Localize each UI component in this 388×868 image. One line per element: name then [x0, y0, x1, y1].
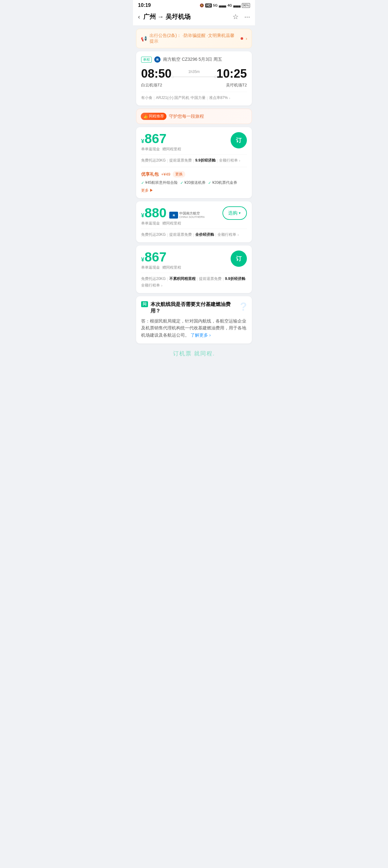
thumbs-up-icon: 👍 — [143, 114, 148, 119]
meal-tag: 有小食 — [141, 95, 152, 100]
feature-luggage-3: 免费托运20KG — [141, 276, 166, 281]
faq-section: 问 本次航线我是否需要支付基建燃油费用？ ? 答：根据民航局规定，针对国内航线，… — [136, 296, 252, 343]
status-icons: 🔕 HD 5G ▄▄▄ 4G ▄▄▄ 96% — [200, 3, 250, 8]
price-number-3: 867 — [144, 250, 166, 264]
flight-card: 单程 南 南方航空 CZ3296 5月3日 周五 08:50 1h35m 10:… — [136, 51, 252, 105]
currency-symbol-2: ¥ — [141, 212, 144, 219]
favorite-button[interactable]: ☆ — [232, 13, 239, 21]
book-button-1[interactable]: 订 — [231, 132, 247, 148]
gift-item-1: ✓ ¥45航班意外组合险 — [141, 180, 178, 185]
gift-more-arrow: ▶ — [150, 188, 153, 193]
faq-q-icon: 问 — [141, 301, 148, 307]
back-button[interactable]: ‹ — [138, 13, 140, 20]
dep-dot-icon — [171, 76, 174, 78]
trip-type-tag: 单程 — [141, 57, 152, 63]
faq-question-row: 问 本次航线我是否需要支付基建燃油费用？ ? — [141, 301, 247, 314]
feature-cabin-3: 9.9折经济舱 — [225, 276, 245, 281]
price-row-3: ¥ 867 单单返现金 赠同程里程 订 — [141, 250, 247, 270]
flight-header: 单程 南 南方航空 CZ3296 5月3日 周五 — [141, 56, 247, 63]
recommendation-banner: 👍 同程推荐 守护您每一段旅程 — [136, 108, 252, 124]
signal-bars-2: ▄▄▄ — [233, 3, 240, 7]
flight-info: 南方航空 CZ3296 5月3日 周五 — [163, 57, 222, 62]
faq-question: 本次航线我是否需要支付基建燃油费用？ — [151, 301, 237, 314]
announcement-text: 出行公告(2条)： ·防诈骗提醒 ·文明乘机温馨提示 — [150, 33, 238, 44]
feature-itinerary-3: 全额行程单 — [141, 283, 160, 288]
feature-refund-3: 提前退票免费 — [199, 276, 222, 281]
book-button-3[interactable]: 订 — [231, 250, 247, 267]
gift-header: 优享礼包 +¥49 更换 — [141, 171, 247, 178]
itinerary-arrow-3: › — [161, 283, 162, 288]
gift-more-button[interactable]: 更多 ▶ — [141, 188, 153, 193]
feature-luggage: 免费托运20KG — [141, 158, 166, 163]
mute-icon: 🔕 — [200, 3, 204, 7]
hd-icon: HD — [205, 3, 212, 7]
announcement-arrow: › — [246, 36, 247, 41]
check-icon-2: ✓ — [180, 181, 183, 185]
feature-itinerary: 全额行程单 — [219, 158, 238, 163]
feature-refund: 提前退票免费 — [169, 158, 192, 163]
airline-logo-icon: 南 — [154, 56, 161, 63]
arr-dot-icon — [214, 76, 217, 78]
flight-times: 08:50 1h35m 10:25 — [141, 67, 247, 81]
feature-cabin-2: 全价经济舱 — [195, 232, 214, 237]
feature-refund-2: 提前退票免费 — [169, 232, 192, 237]
faq-num-icon: ? — [240, 301, 247, 312]
faq-answer: 答：根据民航局规定，针对国内航线，各航空运输企业及机票销售代理机构统一代收基建燃… — [141, 317, 247, 339]
feature-cabin: 9.9折经济舱 — [195, 158, 216, 163]
price-main-3: ¥ 867 — [141, 250, 181, 264]
footer-brand: 订机票 就同程. — [133, 343, 255, 364]
faq-link[interactable]: 了解更多 › — [191, 333, 211, 338]
check-icon-1: ✓ — [141, 181, 144, 185]
gift-label: 优享礼包 — [141, 172, 159, 177]
more-arrow-icon: › — [229, 96, 230, 100]
signal-4g: 4G — [227, 3, 232, 7]
feature-itinerary-2: 全额行程单 — [218, 232, 236, 237]
departure-time: 08:50 — [141, 67, 171, 81]
dep-airport: 白云机场T2 — [141, 82, 162, 88]
rec-subtitle: 守护您每一段旅程 — [169, 114, 204, 119]
status-bar: 10:19 🔕 HD 5G ▄▄▄ 4G ▄▄▄ 96% — [133, 0, 255, 9]
price-main-1: ¥ 867 — [141, 132, 181, 145]
price-row-2: ¥ 880 南 中国南方航空 CHINA SOUTHERN — [141, 206, 247, 226]
itinerary-arrow: › — [239, 158, 240, 163]
flight-extra-tags: 有小食 | ARJ21(小) 国产民机 中国力量 | 准点率87% › — [141, 92, 247, 100]
gift-price: +¥49 — [161, 172, 170, 177]
gift-change-button[interactable]: 更换 — [173, 171, 185, 178]
page-header: ‹ 广州 → 吴圩机场 ☆ ··· — [133, 9, 255, 26]
gift-item-3: ✓ ¥20机票代金券 — [208, 180, 237, 185]
cashback-tag: 单单返现金 — [141, 147, 160, 152]
plane-tag: ARJ21(小) 国产民机 中国力量 — [156, 95, 205, 100]
mileage-tag: 赠同程里程 — [162, 147, 181, 152]
signal-bars-1: ▄▄▄ — [219, 3, 226, 7]
more-button[interactable]: ··· — [245, 13, 250, 21]
price-tags-2: 单单返现金 赠同程里程 — [141, 221, 205, 226]
duration-line-icon — [174, 77, 214, 77]
chevron-down-icon: ▼ — [238, 211, 241, 215]
price-row-1: ¥ 867 单单返现金 赠同程里程 订 — [141, 132, 247, 152]
feature-luggage-2: 免费托运20KG — [141, 232, 166, 237]
gift-items: ✓ ¥45航班意外组合险 ✓ ¥20接送机券 ✓ ¥20机票代金券 更多 ▶ — [141, 180, 247, 193]
features-3: 免费托运20KG | 不累积同程里程 | 提前退票免费 | 9.9折经济舱 全额… — [141, 273, 247, 288]
airline-logo-2: 南 中国南方航空 CHINA SOUTHERN — [169, 211, 205, 219]
battery-icon: 96% — [242, 3, 250, 8]
arr-airport: 吴圩机场T2 — [226, 82, 247, 88]
price-tags-1: 单单返现金 赠同程里程 — [141, 147, 181, 152]
status-time: 10:19 — [138, 2, 151, 8]
currency-symbol-3: ¥ — [141, 256, 144, 263]
book-button-2[interactable]: 选购 ▼ — [223, 206, 247, 220]
currency-symbol: ¥ — [141, 138, 144, 145]
price-number-2: 880 — [144, 206, 166, 219]
price-tags-3: 单单返现金 赠同程里程 — [141, 265, 181, 270]
price-card-2: ¥ 880 南 中国南方航空 CHINA SOUTHERN — [136, 202, 252, 242]
gift-section: 优享礼包 +¥49 更换 ✓ ¥45航班意外组合险 ✓ ¥20接送机券 ✓ ¥2… — [141, 167, 247, 193]
signal-5g: 5G — [213, 3, 218, 7]
svg-text:南: 南 — [173, 214, 175, 216]
arrival-time: 10:25 — [217, 67, 247, 81]
itinerary-arrow-2: › — [237, 232, 239, 237]
page-title: 广州 → 吴圩机场 — [143, 12, 191, 21]
unread-dot — [240, 37, 243, 40]
price-card-3: ¥ 867 单单返现金 赠同程里程 订 免费托运20KG | 不累积同程里程 |… — [136, 246, 252, 293]
announcement-banner[interactable]: 📢 出行公告(2条)： ·防诈骗提醒 ·文明乘机温馨提示 › — [136, 29, 252, 48]
features-2: 免费托运20KG | 提前退票免费 | 全价经济舱 | 全额行程单 › — [141, 228, 247, 237]
rec-tag: 👍 同程推荐 — [141, 113, 166, 120]
